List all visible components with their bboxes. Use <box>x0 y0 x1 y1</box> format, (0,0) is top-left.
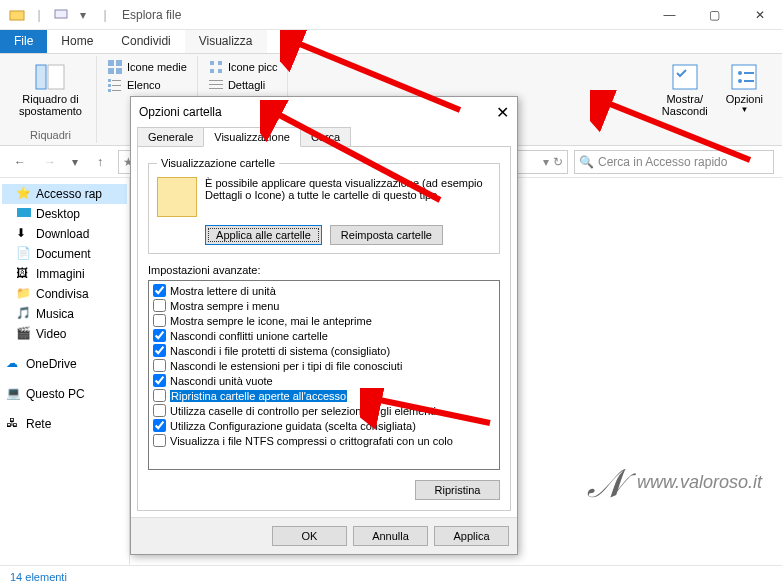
mostra-label: Mostra/ Nascondi <box>662 93 708 117</box>
dtab-generale[interactable]: Generale <box>137 127 204 147</box>
dialog-body: Visualizzazione cartelle È possibile app… <box>137 146 511 511</box>
forward-button[interactable]: → <box>38 150 62 174</box>
svg-rect-3 <box>48 65 64 89</box>
documents-icon: 📄 <box>16 246 32 262</box>
titlebar: | ▾ | Esplora file — ▢ ✕ <box>0 0 782 30</box>
tab-home[interactable]: Home <box>47 30 107 53</box>
recent-dropdown[interactable]: ▾ <box>68 150 82 174</box>
dialog-close-button[interactable]: ✕ <box>496 103 509 122</box>
tree-download[interactable]: ⬇Download <box>2 224 127 244</box>
advanced-setting-item[interactable]: Mostra lettere di unità <box>151 283 497 298</box>
setting-checkbox[interactable] <box>153 344 166 357</box>
setting-checkbox[interactable] <box>153 359 166 372</box>
tree-onedrive[interactable]: ☁OneDrive <box>2 354 127 374</box>
search-placeholder: Cerca in Accesso rapido <box>598 155 727 169</box>
setting-checkbox[interactable] <box>153 374 166 387</box>
maximize-button[interactable]: ▢ <box>692 0 737 30</box>
setting-checkbox[interactable] <box>153 389 166 402</box>
advanced-setting-item[interactable]: Nascondi conflitti unione cartelle <box>151 328 497 343</box>
icone-piccole-label: Icone picc <box>228 61 278 73</box>
svg-rect-0 <box>10 11 24 20</box>
up-button[interactable]: ↑ <box>88 150 112 174</box>
apply-button[interactable]: Applica <box>434 526 509 546</box>
advanced-setting-item[interactable]: Ripristina cartelle aperte all'accesso <box>151 388 497 403</box>
qat-dropdown-icon[interactable] <box>50 4 72 26</box>
tree-documenti[interactable]: 📄Document <box>2 244 127 264</box>
nav-pane-button[interactable]: Riquadro di spostamento <box>13 58 88 120</box>
setting-checkbox[interactable] <box>153 434 166 447</box>
icone-piccole-button[interactable]: Icone picc <box>206 58 280 76</box>
svg-rect-6 <box>108 68 114 74</box>
advanced-setting-item[interactable]: Mostra sempre i menu <box>151 298 497 313</box>
tree-desktop[interactable]: Desktop <box>2 204 127 224</box>
dtab-cerca[interactable]: Cerca <box>300 127 351 147</box>
tree-rete[interactable]: 🖧Rete <box>2 414 127 434</box>
advanced-setting-item[interactable]: Utilizza Configurazione guidata (scelta … <box>151 418 497 433</box>
dettagli-label: Dettagli <box>228 79 265 91</box>
advanced-setting-item[interactable]: Mostra sempre le icone, mai le anteprime <box>151 313 497 328</box>
advanced-label: Impostazioni avanzate: <box>148 264 500 276</box>
advanced-settings-list[interactable]: Mostra lettere di unitàMostra sempre i m… <box>148 280 500 470</box>
chevron-down-icon[interactable]: ▾ <box>543 155 549 169</box>
advanced-setting-item[interactable]: Nascondi unità vuote <box>151 373 497 388</box>
tree-questopc[interactable]: 💻Questo PC <box>2 384 127 404</box>
svg-rect-16 <box>210 69 214 73</box>
setting-label: Nascondi unità vuote <box>170 375 273 387</box>
advanced-setting-item[interactable]: Utilizza caselle di controllo per selezi… <box>151 403 497 418</box>
opzioni-button[interactable]: Opzioni ▼ <box>720 58 769 120</box>
tree-musica[interactable]: 🎵Musica <box>2 304 127 324</box>
restore-defaults-button[interactable]: Ripristina <box>415 480 500 500</box>
icone-medie-button[interactable]: Icone medie <box>105 58 189 76</box>
icone-medie-label: Icone medie <box>127 61 187 73</box>
ok-button[interactable]: OK <box>272 526 347 546</box>
options-icon <box>728 61 760 93</box>
elenco-label: Elenco <box>127 79 161 91</box>
tab-visualizza[interactable]: Visualizza <box>185 30 267 53</box>
cancel-button[interactable]: Annulla <box>353 526 428 546</box>
chevron-down-icon: ▼ <box>740 105 748 114</box>
setting-checkbox[interactable] <box>153 404 166 417</box>
nav-pane-label: Riquadro di spostamento <box>19 93 82 117</box>
svg-rect-11 <box>112 85 121 86</box>
fieldset-legend: Visualizzazione cartelle <box>157 157 279 169</box>
advanced-setting-item[interactable]: Nascondi i file protetti di sistema (con… <box>151 343 497 358</box>
refresh-icon[interactable]: ↻ <box>553 155 563 169</box>
mostra-nascondi-button[interactable]: Mostra/ Nascondi <box>656 58 714 120</box>
minimize-button[interactable]: — <box>647 0 692 30</box>
pictures-icon: 🖼 <box>16 266 32 282</box>
svg-rect-9 <box>112 80 121 81</box>
tab-file[interactable]: File <box>0 30 47 53</box>
nav-tree[interactable]: ⭐Accesso rap Desktop ⬇Download 📄Document… <box>0 178 130 565</box>
advanced-setting-item[interactable]: Nascondi le estensioni per i tipi di fil… <box>151 358 497 373</box>
advanced-setting-item[interactable]: Visualizza i file NTFS compressi o critt… <box>151 433 497 448</box>
cloud-icon: ☁ <box>6 356 22 372</box>
elenco-button[interactable]: Elenco <box>105 76 189 94</box>
svg-rect-10 <box>108 84 111 87</box>
svg-rect-13 <box>112 90 121 91</box>
tree-immagini[interactable]: 🖼Immagini <box>2 264 127 284</box>
svg-rect-14 <box>210 61 214 65</box>
svg-rect-12 <box>108 89 111 92</box>
back-button[interactable]: ← <box>8 150 32 174</box>
tree-condivisa[interactable]: 📁Condivisa <box>2 284 127 304</box>
network-icon: 🖧 <box>6 416 22 432</box>
apply-to-folders-button[interactable]: Applica alle cartelle <box>205 225 322 245</box>
close-button[interactable]: ✕ <box>737 0 782 30</box>
search-box[interactable]: 🔍 Cerca in Accesso rapido <box>574 150 774 174</box>
setting-checkbox[interactable] <box>153 419 166 432</box>
qat-separator: | <box>28 4 50 26</box>
dialog-tabs: Generale Visualizzazione Cerca <box>131 127 517 147</box>
setting-checkbox[interactable] <box>153 314 166 327</box>
tab-condividi[interactable]: Condividi <box>107 30 184 53</box>
tree-accesso-rapido[interactable]: ⭐Accesso rap <box>2 184 127 204</box>
setting-checkbox[interactable] <box>153 299 166 312</box>
desktop-icon <box>16 206 32 222</box>
setting-checkbox[interactable] <box>153 329 166 342</box>
setting-checkbox[interactable] <box>153 284 166 297</box>
chevron-down-icon[interactable]: ▾ <box>72 4 94 26</box>
dettagli-button[interactable]: Dettagli <box>206 76 280 94</box>
svg-rect-18 <box>209 80 223 81</box>
dtab-visualizzazione[interactable]: Visualizzazione <box>203 127 301 147</box>
reset-folders-button[interactable]: Reimposta cartelle <box>330 225 443 245</box>
tree-video[interactable]: 🎬Video <box>2 324 127 344</box>
